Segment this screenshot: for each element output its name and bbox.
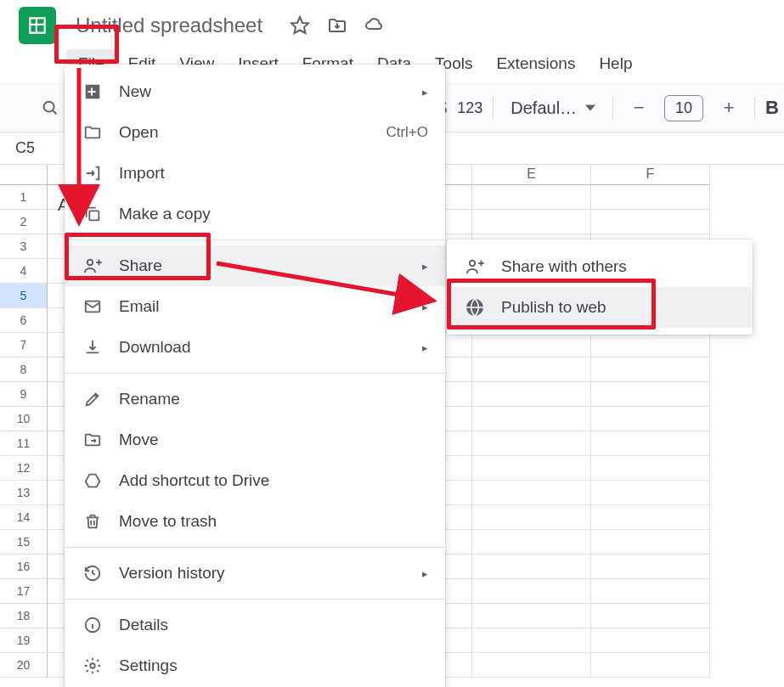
cell[interactable] xyxy=(472,505,591,530)
cell[interactable] xyxy=(472,185,591,210)
share-icon xyxy=(464,256,486,278)
cell[interactable] xyxy=(472,382,591,407)
row-header[interactable]: 9 xyxy=(0,382,48,407)
submenu-caret-icon: ▸ xyxy=(422,86,428,99)
cell[interactable] xyxy=(591,185,710,210)
menu-label: Move xyxy=(119,431,158,449)
row-header[interactable]: 1 xyxy=(0,185,48,210)
row-header[interactable]: 6 xyxy=(0,308,48,333)
cell[interactable] xyxy=(591,333,710,358)
cell[interactable] xyxy=(472,530,591,555)
cell[interactable] xyxy=(591,505,710,530)
row-header[interactable]: 4 xyxy=(0,259,48,284)
cloud-status-icon[interactable] xyxy=(364,15,385,36)
submenu-share-others[interactable]: Share with others xyxy=(447,246,753,287)
font-family-select[interactable]: Defaul… xyxy=(504,95,602,121)
menu-version-history[interactable]: Version history ▸ xyxy=(65,553,445,594)
cell[interactable] xyxy=(472,333,591,358)
menu-move-trash[interactable]: Move to trash xyxy=(65,501,445,542)
cell[interactable] xyxy=(591,407,710,431)
cell[interactable] xyxy=(472,210,591,234)
menu-open[interactable]: Open Ctrl+O xyxy=(65,112,445,153)
row-header[interactable]: 15 xyxy=(0,530,48,555)
menu-extensions[interactable]: Extensions xyxy=(484,49,587,78)
name-box[interactable]: C5 xyxy=(15,139,65,157)
row-header[interactable]: 3 xyxy=(0,234,48,259)
cell[interactable] xyxy=(591,358,710,382)
cell[interactable] xyxy=(591,555,710,579)
menu-settings[interactable]: Settings xyxy=(65,645,445,686)
col-header[interactable]: F xyxy=(591,165,710,185)
cell[interactable] xyxy=(472,579,591,604)
menu-label: Share with others xyxy=(501,257,627,276)
row-header[interactable]: 16 xyxy=(0,555,48,579)
cell[interactable] xyxy=(591,210,710,234)
cell[interactable] xyxy=(472,555,591,579)
settings-icon xyxy=(82,655,104,677)
menu-download[interactable]: Download ▸ xyxy=(65,327,445,368)
row-header[interactable]: 17 xyxy=(0,579,48,604)
document-title[interactable]: Untitled spreadsheet xyxy=(65,14,262,37)
decrease-font-button[interactable]: − xyxy=(623,93,654,123)
cell[interactable] xyxy=(591,579,710,604)
cell[interactable] xyxy=(472,407,591,431)
menu-import[interactable]: Import xyxy=(65,153,445,194)
search-icon[interactable] xyxy=(41,99,59,117)
row-header[interactable]: 18 xyxy=(0,604,48,628)
bold-button[interactable]: B xyxy=(765,97,779,119)
star-icon[interactable] xyxy=(290,15,310,36)
sheets-logo[interactable] xyxy=(19,7,56,44)
number-format-button[interactable]: 123 xyxy=(457,99,482,117)
cell[interactable] xyxy=(591,382,710,407)
cell[interactable] xyxy=(591,431,710,456)
increase-font-button[interactable]: + xyxy=(713,93,744,123)
cell[interactable] xyxy=(591,628,710,653)
menu-add-shortcut[interactable]: Add shortcut to Drive xyxy=(65,460,445,501)
move-folder-icon[interactable] xyxy=(327,15,347,36)
row-header[interactable]: 11 xyxy=(0,431,48,456)
menu-label: New xyxy=(119,82,151,101)
menu-share[interactable]: Share ▸ xyxy=(65,245,445,286)
row-header[interactable]: 20 xyxy=(0,653,48,678)
cell[interactable] xyxy=(591,653,710,678)
menu-rename[interactable]: Rename xyxy=(65,379,445,420)
submenu-publish-web[interactable]: Publish to web xyxy=(447,287,753,328)
cell[interactable] xyxy=(472,456,591,481)
cell[interactable] xyxy=(591,456,710,481)
menu-label: Settings xyxy=(119,656,178,675)
menu-details[interactable]: Details xyxy=(65,605,445,645)
cell[interactable] xyxy=(472,358,591,382)
row-header[interactable]: 10 xyxy=(0,407,48,431)
menu-label: Import xyxy=(119,164,165,183)
svg-line-2 xyxy=(53,110,57,115)
row-header[interactable]: 14 xyxy=(0,505,48,530)
cell[interactable] xyxy=(591,604,710,628)
font-size-input[interactable]: 10 xyxy=(664,95,703,121)
cell[interactable] xyxy=(591,530,710,555)
cell[interactable] xyxy=(472,604,591,628)
trash-icon xyxy=(82,510,104,532)
menu-help[interactable]: Help xyxy=(587,49,644,78)
row-header[interactable]: 19 xyxy=(0,628,48,653)
row-header[interactable]: 7 xyxy=(0,333,48,358)
cell[interactable] xyxy=(472,481,591,505)
row-header[interactable]: 8 xyxy=(0,358,48,382)
menu-email[interactable]: Email ▸ xyxy=(65,286,445,327)
history-icon xyxy=(82,562,104,584)
cell[interactable] xyxy=(591,481,710,505)
cell[interactable] xyxy=(472,431,591,456)
row-header[interactable]: 12 xyxy=(0,456,48,481)
cell[interactable] xyxy=(472,653,591,678)
col-header[interactable]: E xyxy=(472,165,591,185)
row-header[interactable]: 13 xyxy=(0,481,48,505)
menu-new[interactable]: New ▸ xyxy=(65,71,445,112)
menu-make-copy[interactable]: Make a copy xyxy=(65,194,445,234)
file-menu-dropdown: New ▸ Open Ctrl+O Import Make a copy Sha… xyxy=(65,65,445,687)
drive-shortcut-icon xyxy=(82,470,104,492)
row-header[interactable]: 2 xyxy=(0,210,48,234)
row-header[interactable]: 5 xyxy=(0,284,48,308)
cell[interactable] xyxy=(472,628,591,653)
svg-point-7 xyxy=(90,663,95,668)
select-all-corner[interactable] xyxy=(0,165,48,185)
menu-move[interactable]: Move xyxy=(65,420,445,460)
